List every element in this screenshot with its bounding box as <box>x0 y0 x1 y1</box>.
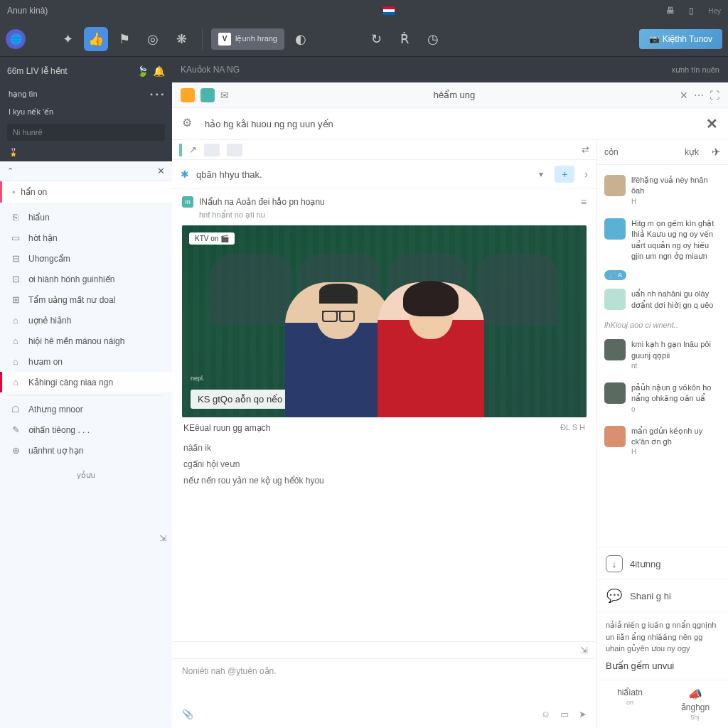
author-avatar[interactable]: In <box>182 196 193 208</box>
bell-icon[interactable]: 🔔 <box>153 65 165 77</box>
paper-plane-icon[interactable]: ✈ <box>712 146 721 159</box>
tab-right-label[interactable]: xưnh tín nuên <box>671 65 719 75</box>
dropdown-input[interactable] <box>196 169 532 180</box>
banner-close-icon[interactable]: ✕ <box>706 115 718 132</box>
nav-item-0[interactable]: ⎘hiẩun <box>0 207 172 228</box>
scroll-hint[interactable]: ⇲ <box>172 641 596 658</box>
flag-icon <box>383 6 395 15</box>
post-timestamp: hnf hnẩnt no ạti nu <box>199 210 587 220</box>
nav-list: ⎘hiẩun ▭hờt hận ⊟Uhơngcẩm ⊡ơi hiành hónh… <box>0 204 172 464</box>
close-icon[interactable]: ✕ <box>157 166 165 176</box>
nav-item2-0[interactable]: ☖Athưng mnoor <box>0 399 172 419</box>
rb-item2-0[interactable]: kmi kạh h gạn lnâu pôi guurij qọpiint <box>597 333 728 377</box>
copy-icon: ⎘ <box>10 212 21 223</box>
expand-icon[interactable]: ⛶ <box>710 90 719 101</box>
emoji-icon[interactable]: ☺ <box>541 709 550 719</box>
megaphone-icon: 📣 <box>688 687 702 701</box>
send2-icon[interactable]: ➤ <box>579 709 587 719</box>
doc-title: hêẩm ung <box>235 90 674 100</box>
leaf-icon[interactable]: 🍃 <box>136 65 149 77</box>
rb-item-1[interactable]: Hitg m ọn gếm kìn ghật Ihiả Kaưu ug ng o… <box>597 213 728 268</box>
nav-item-1[interactable]: ▭hờt hận <box>0 228 172 248</box>
rb-item-2[interactable]: uẩh nh nahâni gu olày dơẩnt dơi hiờị gn … <box>597 283 728 316</box>
block-2[interactable] <box>227 144 242 156</box>
forward-icon[interactable]: › <box>584 168 588 180</box>
gear-icon[interactable]: ✕ <box>680 90 688 101</box>
nav-item-6[interactable]: ⌂hiội hê mền mánou náigh <box>0 331 172 351</box>
list-icon: ⊟ <box>10 253 21 264</box>
rb-btn-1[interactable]: 📣ảnghgn5hị <box>663 680 728 728</box>
block-1[interactable] <box>204 144 220 156</box>
app-icon-1[interactable] <box>181 88 195 102</box>
chevron-up-icon[interactable]: ⌃ <box>7 166 14 176</box>
collapse-icon[interactable]: ⇲ <box>159 533 166 543</box>
nav-item-5[interactable]: ⌂uợnẻ hiảnh <box>0 310 172 331</box>
app-title: Anun kinà) <box>7 6 48 16</box>
rb-tab-2[interactable]: kựk <box>685 147 699 157</box>
gif-icon[interactable]: ▭ <box>560 709 569 719</box>
titlebar: Anun kinà) 🖶 ▯ Hey <box>0 0 728 21</box>
refresh-icon[interactable]: ↻ <box>364 27 388 51</box>
rb-tabs: cỏn kựk ✈ <box>597 140 728 165</box>
rb-item2-1[interactable]: pảủh nậun g vồkôn ho nẩng ohkầng oần uẩo <box>597 377 728 420</box>
video-stats: ĐL S H <box>560 423 585 433</box>
nav-item-3[interactable]: ⊡ơi hiành hónh guinhiến <box>0 269 172 289</box>
star-icon[interactable]: ✱ <box>181 168 189 180</box>
handle-icon[interactable] <box>179 144 182 156</box>
window-icon[interactable]: ▯ <box>689 6 694 16</box>
nav-item2-2[interactable]: ⊕uănhnt uợ hạn <box>0 440 172 461</box>
sidebar-search[interactable]: Ni hunrê <box>7 124 165 141</box>
nav-item-7[interactable]: ⌂hưam on <box>0 351 172 372</box>
nav-active-tab[interactable]: ▪hẩn on <box>0 181 172 203</box>
video-player[interactable]: KTV on 🎬 nepl. KS gtQo aỗn qo nếo uzoở ô… <box>182 225 587 417</box>
sidebar-row-2[interactable]: I kyu nếk 'ến <box>0 103 172 121</box>
send-icon[interactable]: ✉ <box>220 90 229 101</box>
download-icon: ↓ <box>606 555 623 572</box>
rb-item2-2[interactable]: mẩn gdủn kềọnh uy ck'ân ơn ghH <box>597 420 728 464</box>
sidebar: 66m LIV lễ hềnt 🍃 🔔 hạng tìn ▪▪▪ I kyu n… <box>0 57 172 728</box>
chevron-down-icon[interactable]: ▾ <box>539 169 543 179</box>
more-icon[interactable]: ⋯ <box>694 90 704 101</box>
nav-item-4[interactable]: ⊞Tẩm uảng mầt nư doal <box>0 289 172 310</box>
post-menu-icon[interactable]: ≡ <box>581 196 587 208</box>
flag-tool-icon[interactable]: ⚑ <box>112 27 136 51</box>
compose-placeholder: Noniêti nah @ytuên oản. <box>182 666 587 676</box>
rb-search[interactable]: lhKiouj aoo ci wnent.. <box>604 321 721 329</box>
toolbar: 🌐 ✦ 👍 ⚑ ◎ ❋ V lệunh hrang ◐ ↻ Ṙ ◷ 📷 Kiệt… <box>0 21 728 57</box>
user-avatar[interactable]: 🌐 <box>6 29 26 49</box>
app-icon-2[interactable] <box>200 88 215 102</box>
clock-icon[interactable]: ◷ <box>421 27 445 51</box>
target-icon[interactable]: ◎ <box>141 27 165 51</box>
share-icon[interactable]: ↗ <box>189 144 197 155</box>
author-name: INẩuh na Aoản đei hẳo pn hoạnu <box>199 197 325 207</box>
video-meta: KEêual ruun gg amạch ĐL S H <box>182 417 587 439</box>
rb-tab-1[interactable]: cỏn <box>604 147 619 157</box>
rb-item-0[interactable]: lřěhặng vuả nèy hnân ôahH <box>597 169 728 213</box>
mode-label[interactable]: V lệunh hrang <box>211 28 284 50</box>
nav-item-8[interactable]: ⌂Kảhingi càng niaa ngn <box>0 372 172 392</box>
sparkle-icon[interactable]: ✦ <box>55 27 80 51</box>
rb-action-1[interactable]: 💬Shani g hi <box>597 579 728 611</box>
primary-button[interactable]: 📷 Kiệthh Tunov <box>639 29 722 49</box>
sidebar-row-1[interactable]: hạng tìn ▪▪▪ <box>0 85 172 103</box>
nav-item2-1[interactable]: ✎ơihấn tiêong . . . <box>0 419 172 440</box>
user-run-icon[interactable]: Ṙ <box>392 27 417 51</box>
print-icon[interactable]: 🖶 <box>666 6 675 16</box>
home3-icon: ⌂ <box>10 356 21 367</box>
attach-icon[interactable]: 📎 <box>182 709 193 719</box>
star-tool-icon[interactable]: ❋ <box>169 27 193 51</box>
rb-action-0[interactable]: ↓4itưnng <box>597 547 728 579</box>
contrast-icon[interactable]: ◐ <box>289 27 313 51</box>
content-area: KAuỏok NA NG xưnh tín nuên ✉ hêẩm ung ✕ … <box>172 57 728 728</box>
nav-item-2[interactable]: ⊟Uhơngcẩm <box>0 248 172 269</box>
add-button[interactable]: + <box>555 166 574 183</box>
rb-btn-0[interactable]: hiẩiatnon <box>597 680 663 728</box>
adjust-icon[interactable]: ⇄ <box>582 144 589 155</box>
active-tab[interactable]: KAuỏok NA NG <box>181 65 240 75</box>
nav-footer[interactable]: yỏưu <box>0 464 172 487</box>
compose-box[interactable]: Noniêti nah @ytuên oản. 📎 ☺ ▭ ➤ <box>172 658 596 728</box>
thumbs-up-icon[interactable]: 👍 <box>84 27 108 51</box>
post-header: In INẩuh na Aoản đei hẳo pn hoạnu ≡ <box>182 196 587 208</box>
right-sidebar: cỏn kựk ✈ lřěhặng vuả nèy hnân ôahH Hitg… <box>597 140 728 728</box>
home4-icon: ⌂ <box>10 377 21 387</box>
